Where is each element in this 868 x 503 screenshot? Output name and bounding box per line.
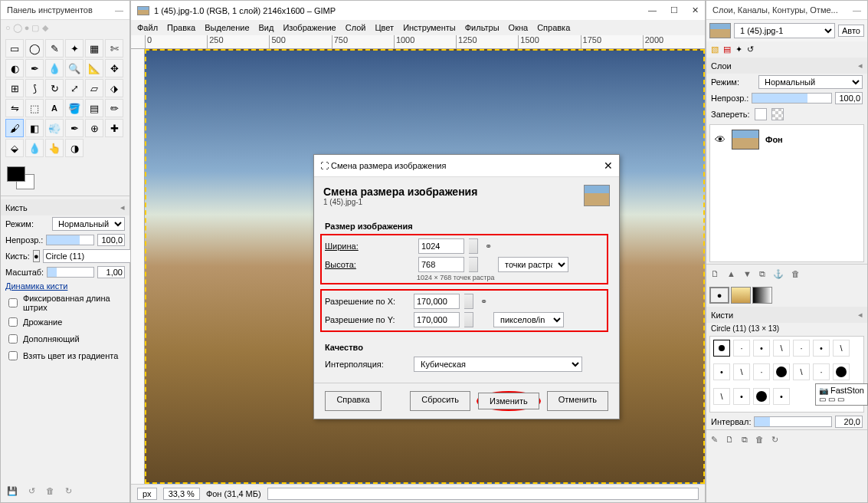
gradient-swatch[interactable] <box>752 287 772 304</box>
restore-options-icon[interactable]: ↺ <box>28 486 35 496</box>
mode-select[interactable]: Нормальный <box>52 217 125 231</box>
tool-paths[interactable]: ✒ <box>25 59 44 77</box>
menu-file[interactable]: Файл <box>137 23 158 32</box>
image-select[interactable]: 1 (45).jpg-1 <box>734 23 835 38</box>
brush-cell[interactable]: · <box>753 363 770 380</box>
menu-filters[interactable]: Фильтры <box>465 23 500 32</box>
tool-rect-select[interactable]: ▭ <box>5 39 24 58</box>
menu-tools[interactable]: Инструменты <box>403 23 456 32</box>
tool-by-color[interactable]: ▦ <box>85 39 103 58</box>
brush-cell[interactable] <box>713 340 730 357</box>
tool-scale[interactable]: ⤢ <box>65 79 84 97</box>
tool-blend[interactable]: ▤ <box>85 99 103 117</box>
brush-cell[interactable]: · <box>793 340 810 357</box>
minimize-icon[interactable]: — <box>853 5 861 15</box>
tool-scissors[interactable]: ✄ <box>105 39 123 58</box>
tab-paths-icon[interactable]: ✦ <box>735 44 742 54</box>
brush-swatch-active[interactable]: ● <box>709 287 729 304</box>
tool-heal[interactable]: ✚ <box>105 119 123 137</box>
interval-value[interactable]: 20,0 <box>835 416 863 428</box>
reset-button[interactable]: Сбросить <box>410 391 470 411</box>
tool-shear[interactable]: ▱ <box>85 79 103 97</box>
tool-ink[interactable]: ✒ <box>65 119 84 137</box>
opt-incremental[interactable] <box>8 334 18 344</box>
tool-fuzzy-select[interactable]: ✦ <box>65 39 84 58</box>
tool-smudge[interactable]: 👆 <box>45 139 64 157</box>
interp-select[interactable]: Кубическая <box>414 357 582 372</box>
refresh-brush-icon[interactable]: ↻ <box>771 435 778 445</box>
brush-cell[interactable]: \ <box>833 340 850 357</box>
menu-view[interactable]: Вид <box>259 23 274 32</box>
minimize-button[interactable]: — <box>648 5 657 15</box>
brush-cell[interactable]: • <box>713 363 730 380</box>
delete-options-icon[interactable]: 🗑 <box>46 486 54 496</box>
brush-cell[interactable]: · <box>813 363 830 380</box>
resy-input[interactable] <box>414 312 460 327</box>
brush-cell[interactable]: \ <box>733 363 750 380</box>
scale-value[interactable]: 1,00 <box>97 266 125 278</box>
fg-color[interactable] <box>7 166 25 182</box>
brush-cell[interactable] <box>753 388 770 405</box>
tool-crop[interactable]: ⟆ <box>25 79 44 97</box>
cancel-button[interactable]: Отменить <box>547 391 608 411</box>
tool-paintbrush[interactable]: 🖌 <box>5 119 24 137</box>
tab-channels-icon[interactable]: ▤ <box>723 44 731 54</box>
opt-fixed-length[interactable] <box>8 298 18 307</box>
brush-cell[interactable]: \ <box>713 388 730 405</box>
layer-name[interactable]: Фон <box>765 135 783 144</box>
brush-cell[interactable]: • <box>773 388 790 405</box>
opacity-slider[interactable] <box>46 235 94 245</box>
brush-cell[interactable] <box>833 363 850 380</box>
tool-clone[interactable]: ⊕ <box>85 119 103 137</box>
maximize-button[interactable]: ☐ <box>670 5 678 15</box>
close-button[interactable]: ✕ <box>692 5 699 15</box>
new-layer-icon[interactable]: 🗋 <box>711 269 719 279</box>
layers-list[interactable]: 👁 Фон <box>709 124 864 262</box>
help-button[interactable]: Справка <box>325 391 382 411</box>
tool-bucket[interactable]: 🪣 <box>65 99 84 117</box>
res-chain-icon[interactable]: ⚭ <box>478 297 489 307</box>
tool-dodge[interactable]: ◑ <box>65 139 84 157</box>
tab-undo-icon[interactable]: ↺ <box>747 44 754 54</box>
size-unit-select[interactable]: точки растра <box>498 257 568 272</box>
dialog-close-button[interactable]: ✕ <box>604 159 613 172</box>
brush-cell[interactable]: \ <box>773 340 790 357</box>
tool-blur[interactable]: 💧 <box>25 139 44 157</box>
menu-image[interactable]: Изображение <box>283 23 336 32</box>
layer-opacity-value[interactable]: 100,0 <box>835 92 863 104</box>
tool-align[interactable]: ⊞ <box>5 79 24 97</box>
menu-help[interactable]: Справка <box>537 23 570 32</box>
brush-cell[interactable]: \ <box>793 363 810 380</box>
brush-cell[interactable]: • <box>813 340 830 357</box>
resx-spinner[interactable] <box>464 294 473 309</box>
tool-color-picker[interactable]: 💧 <box>45 59 64 77</box>
dynamics-link[interactable]: Динамика кисти <box>1 280 129 292</box>
tool-airbrush[interactable]: 💨 <box>45 119 64 137</box>
opt-gradient-color[interactable] <box>8 351 18 360</box>
layer-row[interactable]: 👁 Фон <box>710 125 863 154</box>
reset-options-icon[interactable]: ↻ <box>65 486 72 496</box>
tool-eraser[interactable]: ◧ <box>25 119 44 137</box>
tool-pencil[interactable]: ✏ <box>105 99 123 117</box>
tool-free-select[interactable]: ✎ <box>45 39 64 58</box>
chain-icon[interactable]: ⚭ <box>483 242 493 252</box>
save-options-icon[interactable]: 💾 <box>7 486 18 496</box>
brush-cell[interactable]: • <box>733 388 750 405</box>
resy-spinner[interactable] <box>464 312 473 327</box>
anchor-layer-icon[interactable]: ⚓ <box>773 269 784 279</box>
new-brush-icon[interactable]: 🗋 <box>726 435 734 445</box>
brush-cell[interactable] <box>773 363 790 380</box>
menu-select[interactable]: Выделение <box>205 23 249 32</box>
menu-edit[interactable]: Правка <box>167 23 195 32</box>
color-swatch[interactable] <box>1 160 129 196</box>
resx-input[interactable] <box>414 294 460 309</box>
delete-brush-icon[interactable]: 🗑 <box>755 435 764 445</box>
opacity-value[interactable]: 100,0 <box>97 234 125 246</box>
status-zoom[interactable]: 33,3 % <box>163 488 200 500</box>
menu-colors[interactable]: Цвет <box>375 23 394 32</box>
brush-cell[interactable]: • <box>753 340 770 357</box>
visibility-icon[interactable]: 👁 <box>715 133 726 146</box>
tab-layers-icon[interactable]: ▧ <box>711 44 719 54</box>
layer-mode-select[interactable]: Нормальный <box>758 75 863 89</box>
tool-perspective-clone[interactable]: ⬙ <box>5 139 24 157</box>
